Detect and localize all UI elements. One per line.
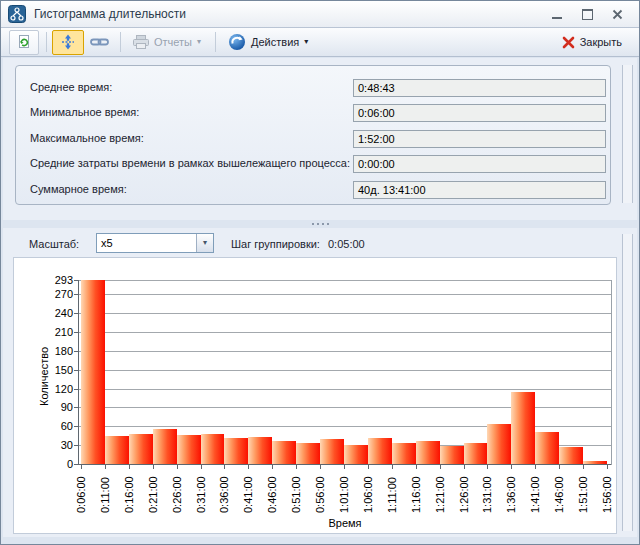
toolbar-separator (120, 32, 121, 52)
x-tick (224, 465, 225, 469)
printer-icon (133, 35, 149, 49)
splitter-handle[interactable] (1, 220, 639, 228)
histogram-bar (129, 434, 153, 464)
minimize-button[interactable] (549, 6, 565, 22)
close-dialog-button[interactable]: Закрыть (555, 30, 629, 55)
x-tick (201, 465, 202, 469)
gridline (79, 351, 611, 352)
stat-value-field[interactable]: 0:48:43 (353, 79, 606, 97)
stat-label: Максимальное время: (30, 132, 144, 144)
stat-value-field[interactable]: 0:00:00 (353, 155, 606, 173)
histogram-bar (440, 446, 464, 464)
x-tick (535, 465, 536, 469)
vertical-scrollbar (622, 65, 633, 203)
y-tick (74, 332, 79, 333)
histogram-bar (392, 443, 416, 464)
collapse-panel-button[interactable] (52, 30, 84, 55)
stat-value-field[interactable]: 0:06:00 (353, 104, 606, 122)
dialog-window: Гистограмма длительности (0, 0, 640, 545)
toolbar-separator (46, 32, 47, 52)
scale-label: Масштаб: (29, 238, 79, 250)
window-title: Гистограмма длительности (34, 7, 549, 21)
histogram-bar (344, 445, 368, 464)
histogram-chart: Время Количество 03060901201501802102402… (13, 257, 617, 534)
reports-button: Отчеты ▾ (126, 30, 208, 55)
y-tick (74, 464, 79, 465)
stat-value-field[interactable]: 40д. 13:41:00 (353, 181, 606, 199)
x-tick-label: 0:16:00 (123, 476, 135, 513)
scale-combobox-dropdown-button[interactable]: ▾ (196, 234, 213, 252)
splitter-grip-icon (312, 223, 314, 225)
x-tick-label: 0:41:00 (242, 476, 254, 513)
refresh-button[interactable] (9, 30, 39, 55)
x-tick (129, 465, 130, 469)
close-button[interactable] (609, 6, 625, 22)
x-tick (153, 465, 154, 469)
stat-label: Минимальное время: (30, 106, 139, 118)
refresh-icon (16, 34, 32, 50)
histogram-bar (320, 439, 344, 464)
y-tick (74, 280, 79, 281)
y-tick (74, 407, 79, 408)
maximize-button[interactable] (579, 6, 595, 22)
y-tick-label: 270 (37, 288, 73, 300)
x-tick (272, 465, 273, 469)
histogram-bar (81, 280, 105, 464)
x-tick (416, 465, 417, 469)
x-tick (392, 465, 393, 469)
stat-value-field[interactable]: 1:52:00 (353, 130, 606, 148)
x-tick-label: 0:51:00 (290, 476, 302, 513)
x-tick (440, 465, 441, 469)
stats-panel: Среднее время:0:48:43Минимальное время:0… (3, 58, 637, 220)
y-tick-label: 0 (37, 458, 73, 470)
scale-combobox-value: x5 (101, 237, 113, 249)
histogram-bar (535, 432, 559, 464)
stat-label: Средние затраты времени в рамках вышележ… (30, 157, 350, 169)
x-tick (368, 465, 369, 469)
histogram-bar (201, 434, 225, 464)
gridline (79, 332, 611, 333)
stat-label: Суммарное время: (30, 183, 127, 195)
stat-label: Среднее время: (30, 81, 112, 93)
histogram-bar (105, 436, 129, 464)
y-tick-label: 90 (37, 401, 73, 413)
y-tick (74, 351, 79, 352)
collapse-panel-icon (60, 34, 76, 50)
x-tick-label: 1:41:00 (529, 476, 541, 513)
reports-label: Отчеты (154, 36, 192, 48)
x-tick (511, 465, 512, 469)
chevron-down-icon: ▾ (203, 239, 207, 247)
chevron-down-icon: ▾ (197, 38, 201, 46)
actions-button[interactable]: Действия ▾ (221, 30, 315, 55)
x-tick-label: 1:46:00 (553, 476, 565, 513)
scale-combobox[interactable]: x5 ▾ (96, 233, 214, 253)
x-axis-line (78, 464, 612, 465)
histogram-bar (464, 443, 488, 464)
x-tick-label: 0:46:00 (266, 476, 278, 513)
y-tick-label: 60 (37, 420, 73, 432)
x-tick-label: 1:11:00 (386, 477, 398, 513)
grouping-step-value: 0:05:00 (328, 238, 365, 250)
app-icon (8, 5, 26, 23)
x-tick (607, 465, 608, 469)
x-tick (583, 465, 584, 469)
gridline (79, 280, 611, 281)
x-tick-label: 1:31:00 (481, 476, 493, 513)
actions-globe-icon (228, 33, 246, 51)
minimize-icon (552, 17, 562, 19)
close-dialog-label: Закрыть (580, 36, 622, 48)
histogram-bar (296, 443, 320, 464)
y-tick (74, 389, 79, 390)
y-tick-label: 30 (37, 439, 73, 451)
chevron-down-icon: ▾ (304, 38, 308, 46)
actions-label: Действия (251, 36, 299, 48)
red-x-icon (562, 36, 575, 49)
close-icon (612, 9, 623, 20)
vertical-scrollbar (622, 234, 633, 531)
x-tick (559, 465, 560, 469)
histogram-bar (559, 447, 583, 464)
x-tick (296, 465, 297, 469)
gridline (79, 370, 611, 371)
y-tick (74, 445, 79, 446)
link-button[interactable] (86, 30, 113, 55)
